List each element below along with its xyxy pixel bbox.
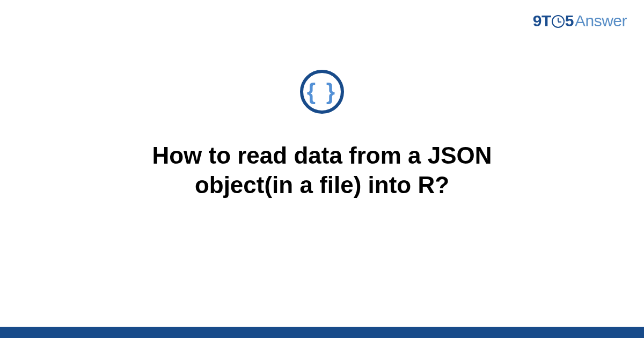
logo-t: T — [541, 12, 551, 30]
clock-icon — [552, 15, 565, 28]
site-logo: 9 T 5 Answer — [533, 12, 627, 30]
logo-nine: 9 — [533, 12, 541, 30]
braces-glyph: { } — [307, 80, 337, 103]
json-braces-icon: { } — [300, 70, 344, 114]
logo-five: 5 — [565, 12, 574, 30]
page-title: How to read data from a JSON object(in a… — [80, 141, 564, 200]
main-content: { } How to read data from a JSON object(… — [0, 70, 644, 200]
logo-answer: Answer — [575, 12, 627, 30]
footer-bar — [0, 327, 644, 338]
